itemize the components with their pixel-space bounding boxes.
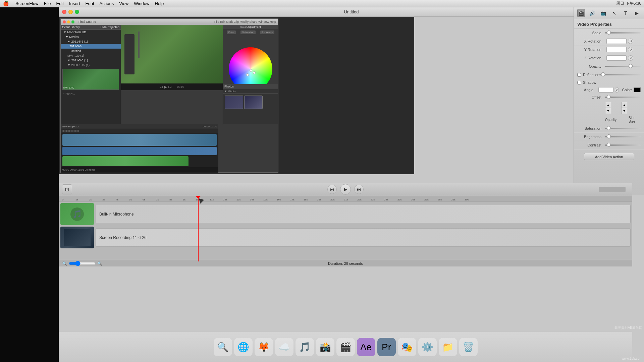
dock-finder2-icon[interactable]: 📁 — [439, 338, 457, 356]
saturation-thumb[interactable] — [607, 126, 611, 130]
fcp-lib-item-3[interactable]: ▼ 2011-5-6 (1) — [61, 39, 121, 44]
menu-screenflow[interactable]: ScreenFlow — [13, 0, 41, 7]
reflection-checkbox[interactable] — [577, 73, 581, 77]
dock-itunes-icon[interactable]: 🎵 — [296, 338, 314, 356]
z-rotation-btn[interactable]: ↺ — [628, 55, 633, 61]
zoom-in-icon[interactable]: 🔍 — [97, 261, 102, 266]
audio-track-content[interactable]: Built-in Microphone — [96, 205, 631, 223]
brightness-thumb[interactable] — [607, 134, 611, 138]
crop-tool-icon[interactable]: ⊡ — [62, 184, 72, 194]
brightness-slider[interactable] — [605, 134, 641, 139]
fcp-maximize-btn[interactable] — [71, 20, 74, 23]
menu-window[interactable]: Window — [131, 0, 152, 7]
dock-finder-icon[interactable]: 🔍 — [214, 338, 232, 356]
fcp-thumb-2[interactable] — [244, 96, 263, 109]
close-button[interactable] — [62, 10, 66, 14]
y-rotation-input[interactable] — [606, 47, 627, 52]
maximize-button[interactable] — [75, 10, 79, 14]
fcp-audio-track[interactable] — [62, 156, 189, 166]
add-video-action-button[interactable]: Add Video Action — [584, 153, 634, 160]
fcp-ff-btn[interactable]: ⏭ — [168, 85, 172, 89]
fcp-lib-item-7[interactable]: ▼ 2011-5-5 (1) — [61, 58, 121, 63]
more-icon[interactable]: ▶ — [633, 9, 641, 17]
text-icon[interactable]: T — [622, 9, 630, 17]
play-button[interactable]: ▶ — [340, 184, 351, 195]
fcp-close-btn[interactable] — [63, 20, 66, 23]
rewind-button[interactable]: ⏮ — [327, 185, 337, 194]
opacity-slider[interactable] — [605, 64, 641, 69]
color-wheel-dot-2[interactable] — [253, 71, 256, 74]
contrast-slider[interactable] — [605, 142, 641, 148]
dock-aftereffects-icon[interactable]: Ae — [357, 338, 375, 356]
menu-actions[interactable]: Actions — [97, 0, 117, 7]
dock-iphoto-icon[interactable]: 📸 — [316, 338, 334, 356]
fcp-lib-item-4[interactable]: 2011-5-6 — [61, 44, 121, 49]
menu-edit[interactable]: Edit — [54, 0, 66, 7]
color-wheel-dot-1[interactable] — [246, 73, 249, 76]
saturation-slider[interactable] — [605, 126, 641, 131]
opacity-up-btn[interactable]: ▲ — [605, 102, 611, 108]
zoom-out-icon[interactable]: 🔍 — [62, 261, 67, 266]
fcp-lib-item-6[interactable]: MVI_..29 (1) — [61, 53, 121, 58]
x-rotation-input[interactable] — [606, 39, 627, 44]
contrast-label: Contrast: — [577, 143, 602, 147]
dock-premiere-icon[interactable]: Pr — [377, 338, 396, 356]
fcp-video-track-2[interactable] — [62, 147, 217, 155]
blursize-up-btn[interactable]: ▲ — [621, 102, 627, 108]
dock-fcpx-icon[interactable]: 🎬 — [336, 338, 355, 356]
shadow-color-picker[interactable] — [634, 87, 641, 92]
cursor-icon[interactable]: ↖ — [610, 9, 619, 17]
scale-slider[interactable] — [605, 30, 641, 36]
dock-systemprefs-icon[interactable]: ⚙️ — [418, 338, 437, 356]
contrast-thumb[interactable] — [607, 143, 611, 147]
fcp-play-btn[interactable]: ▶ — [164, 85, 167, 89]
dock-trash-icon[interactable]: 🗑️ — [459, 338, 478, 356]
ruler-mark-4: 4s — [116, 198, 118, 201]
menu-file[interactable]: File — [41, 0, 54, 7]
opacity-thumb[interactable] — [629, 64, 633, 68]
screen-recording-icon[interactable]: 📺 — [599, 9, 607, 17]
fcp-exposure-tab[interactable]: Exposure — [260, 31, 274, 34]
menu-font[interactable]: Font — [83, 0, 97, 7]
minimize-button[interactable] — [68, 10, 73, 14]
offset-slider[interactable] — [605, 95, 641, 100]
apple-logo-icon[interactable]: 🍎 — [3, 1, 9, 7]
fcp-saturation-tab[interactable]: Saturation — [240, 31, 255, 34]
video-properties-icon[interactable]: 🎬 — [577, 9, 585, 17]
reflection-slider[interactable] — [599, 72, 641, 77]
fcp-rew-btn[interactable]: ⏮ — [160, 85, 163, 89]
menu-view[interactable]: View — [116, 0, 131, 7]
dock-safari-icon[interactable]: 🌐 — [234, 338, 253, 356]
fcp-thumb-1[interactable] — [225, 96, 243, 109]
fcp-color-tab[interactable]: Color — [227, 31, 236, 34]
menu-help[interactable]: Help — [152, 0, 166, 7]
audio-properties-icon[interactable]: 🔊 — [588, 9, 596, 17]
shadow-checkbox[interactable] — [577, 81, 581, 84]
video-track-content[interactable]: Screen Recording 11-6-26 — [96, 228, 631, 247]
dock-screenflow-icon[interactable]: 🎭 — [398, 338, 416, 356]
fcp-lib-item-2[interactable]: ▼ Movies — [61, 35, 121, 39]
fcp-video-track-1[interactable] — [62, 134, 217, 146]
blursize-down-btn[interactable]: ▼ — [621, 108, 627, 114]
dock-firefox-icon[interactable]: 🦊 — [255, 338, 273, 356]
z-rotation-input[interactable] — [606, 55, 627, 61]
fcp-minimize-btn[interactable] — [67, 20, 70, 23]
fcp-lib-item-5[interactable]: Untitled — [61, 49, 121, 53]
fast-forward-button[interactable]: ⏭ — [354, 185, 364, 194]
opacity-down-btn[interactable]: ▼ — [605, 108, 611, 114]
y-rotation-btn[interactable]: ↺ — [628, 47, 633, 52]
dock-icloud-icon[interactable]: ☁️ — [275, 338, 293, 356]
menu-insert[interactable]: Insert — [66, 0, 83, 7]
timeline-zoom-slider[interactable] — [599, 187, 626, 192]
zoom-range-input[interactable] — [69, 261, 96, 266]
scale-thumb[interactable] — [607, 31, 611, 35]
fcp-hide-rejected[interactable]: Hide Rejected — [100, 25, 119, 29]
reflection-thumb[interactable] — [601, 72, 605, 76]
angle-input[interactable] — [598, 87, 613, 93]
fcp-lib-item-8[interactable]: ▼ 2000-1-15 (1) — [61, 63, 121, 67]
x-rotation-btn[interactable]: ↺ — [628, 39, 633, 44]
offset-thumb[interactable] — [607, 95, 611, 99]
brightness-label: Brightness: — [577, 135, 602, 139]
fcp-lib-item-1[interactable]: ▼ Macintosh HD — [61, 30, 121, 35]
angle-rotation-btn[interactable]: ↺ — [615, 87, 619, 93]
